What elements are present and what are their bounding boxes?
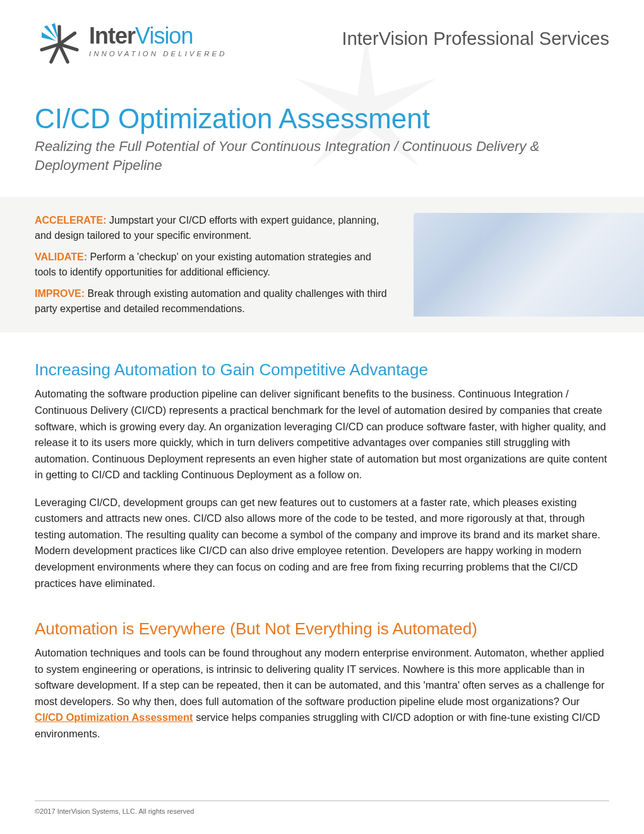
highlight-accelerate: ACCELERATE: Jumpstart your CI/CD efforts… [35, 213, 395, 243]
highlight-validate: VALIDATE: Perform a 'checkup' on your ex… [35, 250, 395, 280]
page-title: CI/CD Optimization Assessment [35, 103, 609, 135]
footer-divider [35, 801, 609, 801]
section1-para2: Leveraging CI/CD, development groups can… [35, 495, 609, 591]
logo: InterVision INNOVATION DELIVERED [35, 22, 227, 66]
svg-line-1 [59, 33, 75, 45]
highlight-improve: IMPROVE: Break through existing automati… [35, 286, 395, 317]
page-subtitle: Realizing the Full Potential of Your Con… [35, 137, 609, 174]
tech-pattern-image [414, 213, 644, 317]
section1-para1: Automating the software production pipel… [35, 386, 609, 483]
asterisk-icon [35, 22, 84, 66]
section1-heading: Increasing Automation to Gain Competitiv… [35, 360, 609, 380]
logo-name: InterVision [89, 25, 227, 47]
logo-tagline: INNOVATION DELIVERED [89, 50, 227, 57]
section2-heading: Automation is Everywhere (But Not Everyt… [35, 619, 609, 639]
highlight-band: ACCELERATE: Jumpstart your CI/CD efforts… [0, 197, 644, 332]
footer-copyright: ©2017 InterVision Systems, LLC. All righ… [35, 807, 194, 815]
page-header: InterVision INNOVATION DELIVERED InterVi… [35, 22, 609, 66]
cicd-link[interactable]: CI/CD Optimization Assessment [35, 711, 193, 723]
section2-para1: Automation techniques and tools can be f… [35, 645, 609, 742]
header-subtitle: InterVision Professional Services [342, 28, 609, 49]
